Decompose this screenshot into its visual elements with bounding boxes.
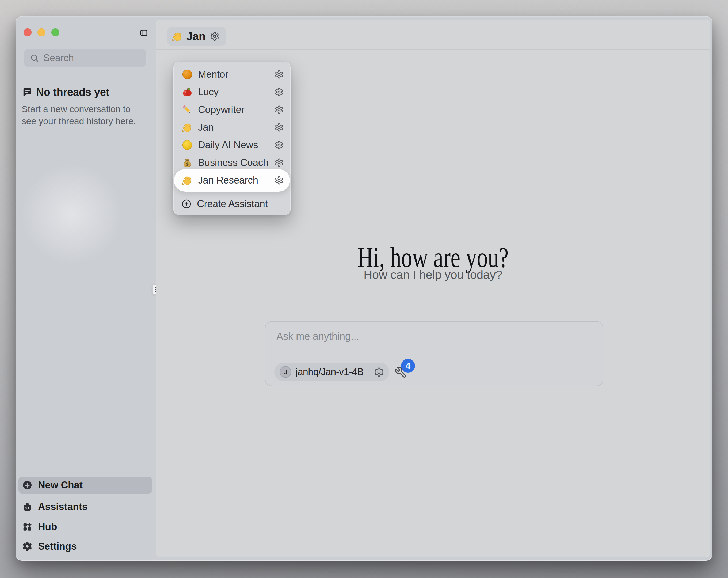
bot-icon: [22, 501, 33, 512]
wave-emoji: [181, 174, 193, 186]
message-input[interactable]: [277, 331, 584, 355]
sidebar-item-label: Assistants: [38, 501, 87, 512]
empty-state-description: Start a new conversation to see your thr…: [22, 103, 145, 127]
model-avatar: J: [280, 366, 291, 378]
empty-state-title: No threads yet: [36, 86, 109, 98]
greeting-subtitle: How can I help you today?: [156, 268, 710, 282]
menu-item-label: Jan: [198, 122, 275, 133]
sidebar-item-label: Hub: [38, 521, 57, 532]
menu-item-jan[interactable]: Jan: [174, 119, 290, 136]
create-assistant-button[interactable]: Create Assistant: [173, 195, 290, 213]
yellow-circle-emoji: [181, 139, 193, 151]
menu-item-lucy[interactable]: Lucy: [174, 83, 290, 101]
assistant-dropdown-menu: Mentor Lucy Copywriter Jan Daily AI News: [173, 62, 290, 215]
wave-emoji: [181, 122, 193, 133]
menu-item-mentor[interactable]: Mentor: [174, 66, 290, 83]
menu-item-gear-icon[interactable]: [275, 141, 284, 150]
sidebar-item-assistants[interactable]: Assistants: [19, 498, 152, 516]
header-divider: [156, 49, 710, 50]
message-composer[interactable]: J janhq/Jan-v1-4B 4: [265, 321, 603, 386]
pencil-emoji: [181, 104, 193, 116]
money-bag-emoji: $: [181, 157, 193, 169]
window-controls: [24, 28, 59, 36]
menu-item-gear-icon[interactable]: [275, 87, 284, 97]
tools-count-badge[interactable]: 4: [401, 359, 415, 373]
apple-emoji: [181, 86, 193, 98]
sidebar-item-label: New Chat: [38, 479, 83, 491]
sidebar-item-hub[interactable]: Hub: [19, 518, 152, 535]
menu-item-label: Jan Research: [198, 175, 275, 186]
zoom-button[interactable]: [51, 28, 59, 36]
menu-item-gear-icon[interactable]: [275, 70, 284, 79]
chat-bubble-icon: [21, 87, 32, 98]
menu-item-gear-icon[interactable]: [275, 105, 284, 114]
assistant-name: Jan: [186, 30, 206, 43]
search-icon: [30, 53, 39, 62]
menu-item-label: Lucy: [198, 86, 275, 98]
orange-circle-emoji: [181, 69, 193, 80]
menu-item-gear-icon[interactable]: [275, 123, 284, 132]
create-assistant-label: Create Assistant: [197, 198, 268, 209]
menu-item-label: Daily AI News: [198, 140, 275, 151]
sidebar-toggle-icon[interactable]: [140, 29, 148, 37]
sidebar-item-label: Settings: [38, 541, 77, 552]
sidebar-item-settings[interactable]: Settings: [19, 538, 152, 555]
menu-separator: [177, 193, 287, 193]
assistant-gear-icon[interactable]: [210, 31, 219, 41]
hub-grid-icon: [22, 522, 33, 532]
svg-text:$: $: [186, 161, 189, 167]
threads-empty-state: No threads yet Start a new conversation …: [21, 86, 150, 127]
search-input[interactable]: [39, 52, 168, 64]
menu-item-label: Mentor: [198, 69, 275, 80]
model-name: janhq/Jan-v1-4B: [296, 366, 374, 378]
menu-item-gear-icon[interactable]: [275, 158, 284, 167]
wave-emoji: [172, 30, 183, 42]
minimize-button[interactable]: [37, 28, 46, 36]
menu-item-label: Business Coach: [198, 157, 275, 168]
menu-item-copywriter[interactable]: Copywriter: [174, 101, 290, 119]
close-button[interactable]: [24, 28, 31, 36]
menu-item-daily-ai-news[interactable]: Daily AI News: [174, 136, 290, 154]
assistant-selector[interactable]: Jan: [167, 27, 226, 46]
search-box[interactable]: [24, 49, 146, 67]
menu-item-label: Copywriter: [198, 104, 275, 115]
desktop: No threads yet Start a new conversation …: [0, 0, 728, 578]
menu-item-jan-research[interactable]: Jan Research: [174, 169, 290, 192]
app-window: No threads yet Start a new conversation …: [16, 16, 712, 561]
plus-circle-icon: [181, 199, 191, 209]
sidebar-item-new-chat[interactable]: New Chat: [19, 477, 152, 494]
plus-circle-icon: [22, 480, 33, 491]
menu-item-gear-icon[interactable]: [275, 176, 284, 185]
model-selector[interactable]: J janhq/Jan-v1-4B: [274, 362, 389, 381]
gear-icon: [22, 541, 33, 552]
model-gear-icon[interactable]: [374, 367, 384, 377]
